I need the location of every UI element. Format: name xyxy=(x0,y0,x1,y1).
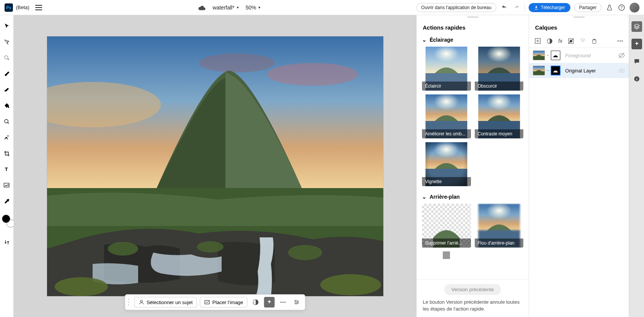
layers-rail-icon[interactable] xyxy=(631,21,642,32)
user-avatar[interactable] xyxy=(630,3,639,13)
fx-icon[interactable]: fx xyxy=(558,38,562,44)
labs-icon[interactable] xyxy=(605,3,614,12)
link-icon: • xyxy=(547,69,548,72)
qa-vignette[interactable]: Vignette xyxy=(422,142,471,186)
chevron-down-icon: ⌄ xyxy=(422,194,427,200)
canvas-area: Sélectionner un sujet Placer l'image xyxy=(14,15,417,317)
svg-point-52 xyxy=(620,41,621,42)
delete-icon[interactable] xyxy=(591,38,597,44)
download-button[interactable]: Télécharger xyxy=(529,3,570,12)
selection-tool[interactable] xyxy=(3,54,11,62)
smudge-tool[interactable] xyxy=(3,118,11,126)
svg-point-4 xyxy=(7,135,8,137)
redo-button[interactable] xyxy=(512,3,521,12)
qa-brighten[interactable]: Éclaircir xyxy=(422,47,471,91)
svg-point-16 xyxy=(320,274,381,295)
svg-point-14 xyxy=(288,245,322,260)
layer-row[interactable]: • Original Layer xyxy=(529,63,629,78)
qa-blur-bg[interactable]: Flou d'arrière-plan xyxy=(475,204,524,248)
open-desktop-button[interactable]: Ouvrir dans l'application de bureau xyxy=(416,3,496,12)
lasso-tool[interactable] xyxy=(3,38,11,46)
toolbar: T xyxy=(0,15,14,317)
qa-contrast[interactable]: Contraste moyen xyxy=(475,94,524,138)
svg-point-17 xyxy=(140,300,142,302)
svg-line-50 xyxy=(568,39,573,44)
topbar: Ps (Beta) waterfall* ▾ 50% ▾ Ouvrir dans… xyxy=(0,0,644,15)
right-rail: i xyxy=(629,15,644,317)
context-toolbar: Sélectionner un sujet Placer l'image xyxy=(124,294,305,310)
text-tool[interactable]: T xyxy=(3,165,11,174)
layers-title: Calques xyxy=(529,19,629,35)
svg-point-25 xyxy=(296,303,297,304)
section-lighting[interactable]: ⌄ Éclairage xyxy=(422,35,523,47)
visibility-hidden-icon[interactable] xyxy=(618,52,625,59)
svg-rect-55 xyxy=(533,56,545,60)
layer-thumbnail[interactable] xyxy=(533,50,545,60)
chevron-down-icon: ⌄ xyxy=(422,37,427,43)
place-image-tool[interactable] xyxy=(3,181,11,190)
layer-mask[interactable] xyxy=(551,50,561,60)
svg-point-23 xyxy=(295,300,296,301)
swap-colors-tool[interactable] xyxy=(3,238,11,246)
eyedropper-tool[interactable] xyxy=(3,197,11,206)
svg-rect-58 xyxy=(533,71,545,75)
layer-mask[interactable] xyxy=(551,66,561,75)
svg-point-9 xyxy=(267,63,358,86)
svg-point-59 xyxy=(621,70,623,72)
qa-remove-bg[interactable]: Supprimer l'arriè... xyxy=(422,204,471,248)
info-rail-icon[interactable]: i xyxy=(631,74,642,84)
help-icon[interactable]: ? xyxy=(617,3,626,12)
chevron-down-icon: ▾ xyxy=(258,5,260,9)
place-image-button[interactable]: Placer l'image xyxy=(200,297,247,308)
qa-darken[interactable]: Obscurcir xyxy=(475,47,524,91)
layer-thumbnail[interactable] xyxy=(533,66,545,75)
panel-grip[interactable] xyxy=(417,15,529,19)
mask-icon[interactable] xyxy=(568,38,574,44)
clip-icon[interactable] xyxy=(579,38,586,44)
svg-point-53 xyxy=(622,41,623,42)
canvas[interactable] xyxy=(47,36,383,296)
quick-actions-title: Actions rapides xyxy=(417,19,529,35)
qa-shadows[interactable]: Améliorer les omb... xyxy=(422,94,471,138)
color-swatches[interactable] xyxy=(2,215,12,224)
add-layer-icon[interactable] xyxy=(534,38,541,44)
more-icon[interactable] xyxy=(278,297,288,308)
panel-grip[interactable] xyxy=(529,15,629,19)
document-name[interactable]: waterfall* ▾ xyxy=(213,5,239,11)
zoom-select[interactable]: 50% ▾ xyxy=(246,5,260,11)
svg-point-3 xyxy=(5,119,8,123)
share-button[interactable]: Partager xyxy=(574,3,601,12)
properties-rail-icon[interactable] xyxy=(631,39,642,49)
menu-button[interactable] xyxy=(35,5,42,10)
ai-sparkle-icon[interactable] xyxy=(264,297,275,308)
help-text: Le bouton Version précédente annule tout… xyxy=(423,299,523,312)
app-logo: Ps xyxy=(5,3,13,12)
svg-rect-45 xyxy=(443,251,450,259)
layer-row[interactable]: • Foreground xyxy=(529,48,629,63)
comments-rail-icon[interactable] xyxy=(631,56,642,67)
crop-tool[interactable] xyxy=(3,149,11,158)
adjust-icon[interactable] xyxy=(250,297,261,308)
heal-tool[interactable] xyxy=(3,133,11,142)
brush-tool[interactable] xyxy=(3,70,11,78)
more-icon[interactable] xyxy=(617,38,624,44)
adjustment-layer-icon[interactable] xyxy=(546,38,553,44)
select-subject-button[interactable]: Sélectionner un sujet xyxy=(134,297,197,308)
layers-panel: Calques fx • Foreground • Original Layer xyxy=(529,15,629,317)
eraser-tool[interactable] xyxy=(3,86,11,94)
cloud-icon xyxy=(198,5,206,10)
svg-point-13 xyxy=(197,241,224,253)
settings-sliders-icon[interactable] xyxy=(291,297,302,308)
svg-text:T: T xyxy=(5,166,8,172)
section-background[interactable]: ⌄ Arrière-plan xyxy=(422,191,523,204)
foreground-color[interactable] xyxy=(2,215,10,223)
previous-version-button[interactable]: Version précédente xyxy=(444,284,501,295)
visibility-icon[interactable] xyxy=(618,67,625,74)
undo-button[interactable] xyxy=(500,3,509,12)
layer-name: Foreground xyxy=(565,53,616,58)
fill-tool[interactable] xyxy=(3,102,11,110)
drag-handle[interactable] xyxy=(128,298,130,306)
move-tool[interactable] xyxy=(3,22,11,30)
qa-extra[interactable] xyxy=(422,251,471,259)
svg-text:?: ? xyxy=(620,5,623,9)
